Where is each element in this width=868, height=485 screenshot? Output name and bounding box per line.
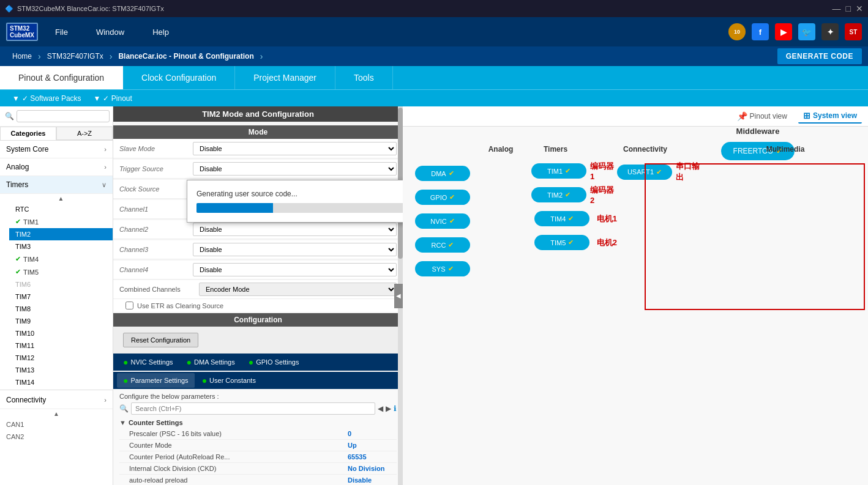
minimize-button[interactable]: — [832, 4, 841, 13]
rcc-button[interactable]: RCC ✔ [415, 237, 470, 253]
dma-button[interactable]: DMA ✔ [415, 166, 470, 181]
pinout-view-button[interactable]: 📌 Pinout view [732, 109, 792, 123]
sidebar-item-tim2[interactable]: TIM2 [9, 228, 113, 240]
tim4-system-button[interactable]: TIM4 ✔ [534, 211, 589, 226]
nvic-button[interactable]: NVIC ✔ [415, 213, 470, 229]
dma-settings-tab[interactable]: ● DMA Settings [181, 355, 241, 369]
progress-text: Generating user source code... [196, 190, 403, 198]
user-constants-tab[interactable]: ● User Constants [196, 373, 262, 388]
sidebar-item-rtc[interactable]: RTC [9, 203, 113, 215]
usart1-system-button[interactable]: USART1 ✔ [617, 165, 672, 180]
system-view-button[interactable]: ⊞ System view [798, 109, 862, 124]
maximize-button[interactable]: □ [846, 4, 851, 13]
sidebar-item-tim9[interactable]: TIM9 [9, 315, 113, 327]
menu-help[interactable]: Help [148, 25, 174, 39]
tab-project-manager[interactable]: Project Manager [235, 66, 335, 89]
dma-check-icon: ✔ [449, 169, 454, 177]
params-search-row: 🔍 ◀ ▶ ℹ [119, 402, 397, 415]
st-logo[interactable]: ST [845, 23, 862, 40]
connectivity-column: Connectivity USART1 ✔ 串口输出 [617, 127, 703, 485]
collapse-arrow[interactable]: ◀ [394, 284, 403, 308]
sidebar-item-timers[interactable]: Timers ∨ [0, 176, 113, 194]
reset-button-area: Reset Configuration [113, 327, 403, 354]
channel2-select[interactable]: Disable [193, 223, 397, 236]
sidebar-item-tim10[interactable]: TIM10 [9, 327, 113, 339]
channel3-select[interactable]: Disable [193, 243, 397, 256]
can1-item[interactable]: CAN1 [0, 418, 113, 431]
parameter-settings-tab[interactable]: ● Parameter Settings [117, 373, 195, 388]
sidebar-item-tim13[interactable]: TIM13 [9, 364, 113, 376]
youtube-icon[interactable]: ▶ [775, 23, 792, 40]
gpio-button[interactable]: GPIO ✔ [415, 190, 470, 205]
tim2-header: TIM2 Mode and Configuration [113, 106, 403, 122]
can2-item[interactable]: CAN2 [0, 431, 113, 443]
use-etr-checkbox[interactable] [125, 302, 133, 309]
trigger-source-select[interactable]: Disable [193, 162, 397, 176]
sidebar-item-tim6[interactable]: TIM6 [9, 278, 113, 291]
network-icon[interactable]: ✦ [821, 23, 839, 40]
sidebar-item-tim11[interactable]: TIM11 [9, 339, 113, 352]
sidebar-search-area: 🔍 ⚙ [0, 106, 113, 127]
combined-channels-select[interactable]: Encoder Mode [199, 283, 397, 296]
sidebar-search-input[interactable] [17, 110, 110, 122]
scroll-down-button[interactable]: ▲ [0, 409, 113, 418]
breadcrumb-chip[interactable]: STM32F407IGTx [41, 50, 110, 63]
chevron-down-icon-2: ▼ [94, 94, 101, 103]
sub-tab-pinout[interactable]: ▼ ✓ Pinout [94, 94, 132, 103]
twitter-icon[interactable]: 🐦 [798, 23, 815, 40]
counter-settings-category[interactable]: ▼ Counter Settings [119, 417, 397, 428]
sidebar-item-tim3[interactable]: TIM3 [9, 240, 113, 253]
params-search-input[interactable] [131, 402, 375, 415]
counter-params-list: Prescaler (PSC - 16 bits value) 0 Counte… [119, 428, 397, 485]
mode-section-title: Mode [113, 125, 403, 139]
sidebar-item-tim7[interactable]: TIM7 [9, 291, 113, 303]
channel4-select[interactable]: Disable [193, 263, 397, 276]
tab-clock-configuration[interactable]: Clock Configuration [123, 66, 235, 89]
progress-bar-background [196, 203, 403, 213]
slave-mode-select[interactable]: Disable [193, 142, 397, 155]
connectivity-buttons-list: USART1 ✔ 串口输出 [617, 161, 703, 183]
prev-result-icon[interactable]: ◀ [378, 404, 383, 413]
badge-icon: 10 [728, 23, 746, 40]
breadcrumb-project[interactable]: BlanceCar.ioc - Pinout & Configuration [112, 50, 260, 63]
tim1-system-button[interactable]: TIM1 ✔ [531, 163, 586, 179]
scroll-up-button[interactable]: ▲ [9, 194, 113, 203]
menu-window[interactable]: Window [91, 25, 129, 39]
sidebar-item-tim8[interactable]: TIM8 [9, 303, 113, 315]
tim5-system-button[interactable]: TIM5 ✔ [534, 235, 589, 250]
sidebar-item-system-core[interactable]: System Core › [0, 141, 113, 158]
sub-tab-software-packs[interactable]: ▼ ✓ Software Packs [12, 94, 81, 103]
sidebar-tab-az[interactable]: A->Z [56, 127, 113, 140]
sidebar-tab-categories[interactable]: Categories [0, 127, 56, 140]
generate-code-button[interactable]: GENERATE CODE [777, 48, 862, 64]
gpio-settings-tab[interactable]: ● GPIO Settings [242, 355, 305, 369]
info-icon[interactable]: ℹ [394, 404, 397, 413]
chevron-right-icon-2: › [104, 163, 107, 171]
reset-configuration-button[interactable]: Reset Configuration [123, 333, 198, 347]
sidebar-item-tim14[interactable]: TIM14 [9, 376, 113, 388]
sys-button[interactable]: SYS ✔ [415, 261, 470, 276]
multimedia-column: Multimedia [703, 127, 868, 485]
close-button[interactable]: ✕ [856, 4, 863, 13]
tab-tools[interactable]: Tools [335, 66, 393, 89]
breadcrumb-home[interactable]: Home [6, 50, 38, 63]
titlebar-left: 🔷 STM32CubeMX BlanceCar.ioc: STM32F407IG… [5, 5, 164, 13]
sidebar-item-analog[interactable]: Analog › [0, 158, 113, 176]
configuration-section-title: Configuration [113, 313, 403, 327]
sidebar-item-tim1[interactable]: ✔ TIM1 [9, 215, 113, 228]
menu-file[interactable]: File [50, 25, 73, 39]
facebook-icon[interactable]: f [752, 23, 769, 40]
sidebar-item-tim5[interactable]: ✔ TIM5 [9, 265, 113, 278]
tab-pinout-configuration[interactable]: Pinout & Configuration [0, 66, 123, 89]
titlebar-controls[interactable]: — □ ✕ [832, 4, 863, 13]
trigger-source-label: Trigger Source [119, 165, 193, 172]
sidebar-item-tim12[interactable]: TIM12 [9, 352, 113, 364]
clock-source-label: Clock Source [119, 185, 193, 193]
nvic-settings-tab[interactable]: ● NVIC Settings [117, 355, 179, 369]
next-result-icon[interactable]: ▶ [386, 404, 391, 413]
sidebar-item-connectivity[interactable]: Connectivity › [0, 391, 113, 409]
tim1-sys-check-icon: ✔ [565, 167, 571, 175]
tim2-system-button[interactable]: TIM2 ✔ [531, 187, 586, 202]
rcc-check-icon: ✔ [448, 241, 454, 249]
sidebar-item-tim4[interactable]: ✔ TIM4 [9, 253, 113, 265]
